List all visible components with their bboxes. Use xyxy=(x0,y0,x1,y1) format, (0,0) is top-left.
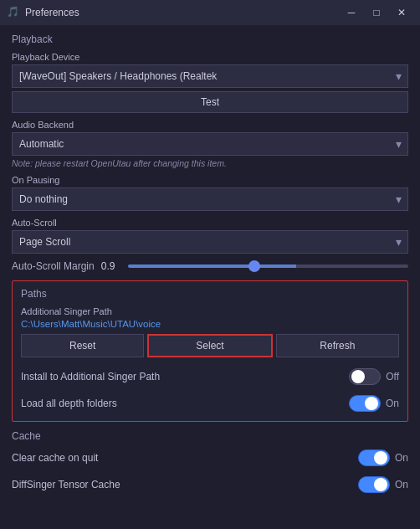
on-pausing-select[interactable]: Do nothing xyxy=(12,187,408,211)
diffsinger-cache-toggle-group: On xyxy=(358,476,408,493)
load-all-depth-toggle[interactable] xyxy=(349,395,381,412)
diffsinger-cache-label: DiffSinger Tensor Cache xyxy=(12,479,120,490)
additional-singer-path-label: Additional Singer Path xyxy=(21,306,399,316)
load-all-depth-toggle-group: On xyxy=(349,395,399,412)
main-content: Playback Playback Device [WaveOut] Speak… xyxy=(0,25,420,529)
window-title: Preferences xyxy=(25,7,335,18)
auto-scroll-dropdown-wrapper[interactable]: Page Scroll xyxy=(12,230,408,254)
cache-section: Cache Clear cache on quit On DiffSinger … xyxy=(12,430,408,496)
maximize-button[interactable]: □ xyxy=(365,3,388,22)
minimize-button[interactable]: ─ xyxy=(340,3,363,22)
select-path-button[interactable]: Select xyxy=(147,334,272,357)
playback-section-label: Playback xyxy=(12,33,408,45)
clear-cache-status: On xyxy=(395,452,408,464)
auto-scroll-label: Auto-Scroll xyxy=(12,218,408,228)
auto-scroll-select[interactable]: Page Scroll xyxy=(12,230,408,254)
reset-path-button[interactable]: Reset xyxy=(21,334,144,357)
load-all-depth-row: Load all depth folders On xyxy=(21,393,399,414)
install-to-path-row: Install to Additional Singer Path Off xyxy=(21,366,399,388)
playback-device-dropdown-wrapper[interactable]: [WaveOut] Speakers / Headphones (Realtek xyxy=(12,64,408,88)
on-pausing-label: On Pausing xyxy=(12,175,408,185)
auto-scroll-margin-slider[interactable] xyxy=(128,264,408,268)
clear-cache-row: Clear cache on quit On xyxy=(12,447,408,469)
paths-section-label: Paths xyxy=(21,288,399,300)
playback-device-select[interactable]: [WaveOut] Speakers / Headphones (Realtek xyxy=(12,64,408,88)
window-controls: ─ □ ✕ xyxy=(340,3,413,22)
on-pausing-dropdown-wrapper[interactable]: Do nothing xyxy=(12,187,408,211)
install-to-path-status: Off xyxy=(386,371,399,383)
additional-singer-path-value: C:\Users\Matt\Music\UTAU\voice xyxy=(21,319,399,329)
paths-section: Paths Additional Singer Path C:\Users\Ma… xyxy=(12,280,408,422)
install-to-path-toggle[interactable] xyxy=(349,368,381,385)
clear-cache-toggle[interactable] xyxy=(358,449,390,466)
close-button[interactable]: ✕ xyxy=(390,3,413,22)
diffsinger-cache-row: DiffSinger Tensor Cache On xyxy=(12,474,408,496)
app-icon: 🎵 xyxy=(7,6,20,19)
audio-backend-select[interactable]: Automatic xyxy=(12,132,408,156)
auto-scroll-margin-label: Auto-Scroll Margin xyxy=(12,260,95,272)
audio-backend-label: Audio Backend xyxy=(12,120,408,130)
refresh-path-button[interactable]: Refresh xyxy=(276,334,399,357)
title-bar: 🎵 Preferences ─ □ ✕ xyxy=(0,0,420,25)
load-all-depth-label: Load all depth folders xyxy=(21,398,117,409)
auto-scroll-margin-row: Auto-Scroll Margin 0.9 xyxy=(12,260,408,272)
test-button[interactable]: Test xyxy=(12,91,408,113)
load-all-depth-status: On xyxy=(386,398,399,409)
diffsinger-cache-status: On xyxy=(395,479,408,490)
playback-section: Playback Playback Device [WaveOut] Speak… xyxy=(12,33,408,272)
clear-cache-label: Clear cache on quit xyxy=(12,452,98,464)
install-to-path-toggle-group: Off xyxy=(349,368,399,385)
playback-device-label: Playback Device xyxy=(12,52,408,62)
audio-backend-dropdown-wrapper[interactable]: Automatic xyxy=(12,132,408,156)
diffsinger-cache-toggle[interactable] xyxy=(358,476,390,493)
audio-backend-note: Note: please restart OpenUtau after chan… xyxy=(12,158,408,168)
cache-section-label: Cache xyxy=(12,430,408,442)
clear-cache-toggle-group: On xyxy=(358,449,408,466)
install-to-path-label: Install to Additional Singer Path xyxy=(21,371,160,383)
path-buttons-group: Reset Select Refresh xyxy=(21,334,399,357)
auto-scroll-margin-value: 0.9 xyxy=(101,260,121,272)
